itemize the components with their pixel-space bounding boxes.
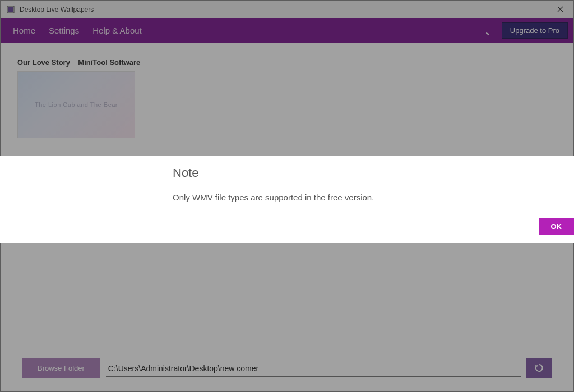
dialog-title: Note [173, 166, 574, 180]
ok-button[interactable]: OK [539, 218, 575, 235]
dialog-message: Only WMV file types are supported in the… [173, 193, 574, 202]
note-dialog: Note Only WMV file types are supported i… [0, 156, 574, 243]
